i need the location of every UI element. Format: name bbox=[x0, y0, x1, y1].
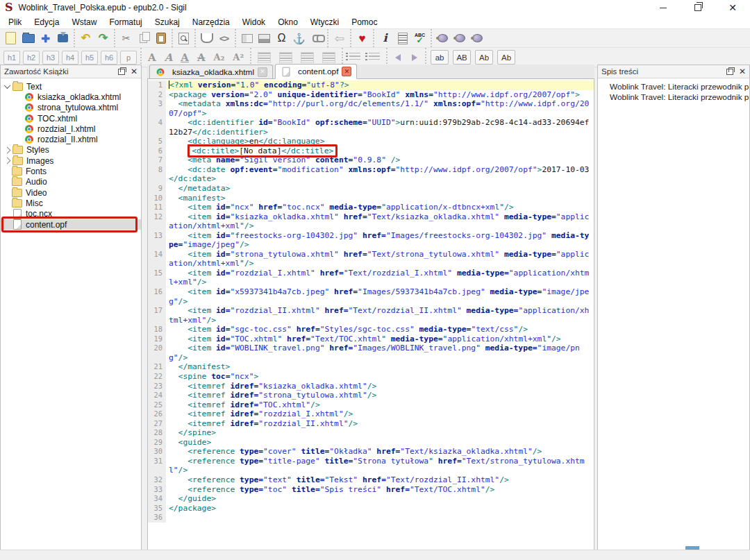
align-justify-icon[interactable] bbox=[322, 52, 335, 63]
tree-item-content.opf[interactable]: content.opf bbox=[1, 219, 141, 230]
strikethrough-icon[interactable]: A bbox=[197, 51, 206, 64]
float-panel-icon[interactable] bbox=[726, 69, 733, 75]
tab-content.opf[interactable]: content.opf✕ bbox=[275, 64, 357, 79]
code-line[interactable]: 32 <reference type="text" title="Tekst" … bbox=[148, 475, 594, 485]
redo-button[interactable]: ↷ bbox=[94, 31, 112, 46]
indent-icon[interactable] bbox=[412, 54, 417, 61]
link-button[interactable] bbox=[308, 31, 325, 46]
code-view[interactable]: 1<?xml version="1.0" encoding="utf-8"?>2… bbox=[147, 79, 594, 550]
bold-icon[interactable]: A bbox=[148, 51, 156, 64]
donate-heart-button[interactable]: ♥ bbox=[353, 31, 371, 46]
code-line[interactable]: 15 <item id="rozdzial_I.xhtml" href="Tex… bbox=[148, 269, 594, 287]
insert-image-button[interactable] bbox=[256, 31, 273, 46]
add-existing-file-button[interactable]: ✚ bbox=[37, 31, 54, 46]
change-case-button-1[interactable]: AB bbox=[453, 50, 471, 65]
tree-item-video[interactable]: Video bbox=[1, 187, 141, 198]
tab-ksiazka_okladka.xhtml[interactable]: ksiazka_okladka.xhtml✕ bbox=[149, 65, 273, 78]
code-line[interactable]: 8 <dc:date opf:event="modification" xmln… bbox=[148, 165, 594, 184]
code-line[interactable]: 27 <itemref idref="rozdzial_II.xhtml"/> bbox=[148, 419, 594, 429]
expander-closed-icon[interactable] bbox=[4, 158, 11, 164]
metadata-editor-button[interactable]: i bbox=[376, 31, 394, 46]
book-view-button[interactable] bbox=[198, 31, 215, 46]
tree-item-fonts[interactable]: Fonts bbox=[1, 166, 141, 176]
code-line[interactable]: 18 <item id="sgc-toc.css" href="Styles/s… bbox=[148, 325, 594, 334]
menu-item-okno[interactable]: Okno bbox=[272, 16, 304, 28]
menu-item-szukaj[interactable]: Szukaj bbox=[149, 16, 186, 28]
heading-h5-button[interactable]: h5 bbox=[81, 51, 98, 65]
code-line[interactable]: 4 <dc:identifier id="BookId" opf:scheme=… bbox=[148, 118, 594, 137]
code-line[interactable]: 10 <manifest> bbox=[148, 194, 594, 203]
code-line[interactable]: 25 <itemref idref="TOC.xhtml"/> bbox=[148, 400, 594, 410]
tree-item-rozdzial_ii.xhtml[interactable]: rozdzial_II.xhtml bbox=[12, 134, 141, 144]
float-panel-icon[interactable] bbox=[118, 69, 125, 75]
code-line[interactable]: 3 <metadata xmlns:dc="http://purl.org/dc… bbox=[148, 99, 594, 118]
minimize-button[interactable] bbox=[646, 0, 681, 15]
open-file-button[interactable] bbox=[19, 31, 37, 46]
menu-item-edycja[interactable]: Edycja bbox=[28, 16, 65, 28]
change-case-button-3[interactable]: Ab bbox=[497, 50, 515, 65]
heading-h1-button[interactable]: h1 bbox=[3, 51, 20, 65]
spellcheck-button[interactable]: ABC✓ bbox=[411, 31, 428, 46]
plugin-3-button[interactable] bbox=[469, 31, 486, 46]
code-line[interactable]: 22 <spine toc="ncx"> bbox=[148, 372, 594, 382]
heading-h6-button[interactable]: h6 bbox=[101, 51, 117, 65]
menu-item-wtyczki[interactable]: Wtyczki bbox=[304, 16, 345, 28]
tab-close-icon[interactable]: ✕ bbox=[342, 67, 351, 76]
restore-button[interactable] bbox=[681, 0, 715, 15]
code-line[interactable]: 6 <dc:title>[No data]</dc:title> bbox=[148, 146, 594, 156]
index-editor-button[interactable] bbox=[394, 31, 411, 46]
align-right-icon[interactable] bbox=[301, 52, 314, 63]
code-line[interactable]: 26 <itemref idref="rozdzial_I.xhtml"/> bbox=[148, 409, 594, 419]
undo-button[interactable]: ↶ bbox=[77, 31, 94, 46]
heading-h2-button[interactable]: h2 bbox=[23, 51, 40, 65]
plugin-2-button[interactable] bbox=[451, 31, 469, 46]
change-case-button-2[interactable]: Ab bbox=[475, 50, 493, 65]
special-character-button[interactable]: Ω bbox=[273, 31, 290, 46]
toc-entry[interactable]: Woblink Travel: Literacki przewodnik po … bbox=[598, 81, 749, 92]
code-line[interactable]: 24 <itemref idref="strona_tytulowa.xhtml… bbox=[148, 391, 594, 400]
code-line[interactable]: 19 <item id="TOC.xhtml" href="Text/TOC.x… bbox=[148, 334, 594, 344]
subscript-icon[interactable]: A₂ bbox=[214, 52, 225, 62]
copy-button[interactable] bbox=[135, 31, 152, 46]
align-left-icon[interactable] bbox=[258, 52, 271, 63]
code-line[interactable]: 23 <itemref idref="ksiazka_okladka.xhtml… bbox=[148, 382, 594, 391]
cut-button[interactable]: ✂ bbox=[117, 31, 135, 46]
toc-entry[interactable]: Woblink Travel: Literacki przewodnik po … bbox=[598, 92, 749, 102]
save-button[interactable] bbox=[54, 31, 72, 46]
align-center-icon[interactable] bbox=[279, 52, 292, 63]
code-line[interactable]: 29 <guide> bbox=[148, 438, 594, 448]
expander-open-icon[interactable] bbox=[4, 82, 11, 89]
italic-icon[interactable]: A bbox=[165, 51, 173, 64]
split-view-button[interactable] bbox=[238, 31, 256, 46]
superscript-icon[interactable]: A² bbox=[233, 52, 244, 62]
close-button[interactable]: ✕ bbox=[715, 0, 750, 15]
code-line[interactable]: 2<package version="2.0" unique-identifie… bbox=[148, 90, 594, 100]
code-line[interactable]: 31 <reference type="title-page" title="S… bbox=[148, 457, 594, 475]
tree-item-rozdzial_i.xhtml[interactable]: rozdzial_I.xhtml bbox=[12, 124, 141, 134]
close-panel-icon[interactable]: ✕ bbox=[131, 67, 138, 76]
menu-item-pomoc[interactable]: Pomoc bbox=[345, 16, 383, 28]
tree-item-strona_tytulowa.xhtml[interactable]: strona_tytulowa.xhtml bbox=[12, 103, 141, 113]
code-line[interactable]: 33 <reference type="toc" title="Spis tre… bbox=[148, 485, 594, 495]
tree-item-audio[interactable]: Audio bbox=[1, 177, 141, 187]
code-line[interactable]: 30 <reference type="cover" title="Okładk… bbox=[148, 447, 594, 457]
tab-close-icon[interactable]: ✕ bbox=[258, 67, 267, 77]
menu-item-narzędzia[interactable]: Narzędzia bbox=[186, 16, 236, 28]
tree-item-styles[interactable]: Styles bbox=[1, 145, 141, 155]
outdent-icon[interactable] bbox=[395, 54, 401, 61]
code-line[interactable]: 21 </manifest> bbox=[148, 362, 594, 372]
new-file-button[interactable] bbox=[2, 31, 19, 46]
find-button[interactable] bbox=[175, 31, 192, 46]
menu-item-widok[interactable]: Widok bbox=[236, 16, 272, 28]
tree-item-toc.ncx[interactable]: toc.ncx bbox=[1, 209, 141, 219]
tree-item-misc[interactable]: Misc bbox=[1, 198, 141, 208]
code-line[interactable]: 7 <meta name="Sigil version" content="0.… bbox=[148, 155, 594, 165]
heading-h3-button[interactable]: h3 bbox=[42, 51, 59, 65]
underline-icon[interactable]: A bbox=[181, 51, 189, 64]
heading-h4-button[interactable]: h4 bbox=[62, 51, 78, 65]
tree-item-images[interactable]: Images bbox=[1, 155, 141, 166]
code-line[interactable]: 13 <item id="freestocks-org-104302.jpg" … bbox=[148, 231, 594, 250]
code-line[interactable]: 14 <item id="strona_tytulowa.xhtml" href… bbox=[148, 250, 594, 269]
anchor-button[interactable]: ⚓ bbox=[290, 31, 308, 46]
tree-item-text[interactable]: Text bbox=[1, 81, 141, 92]
